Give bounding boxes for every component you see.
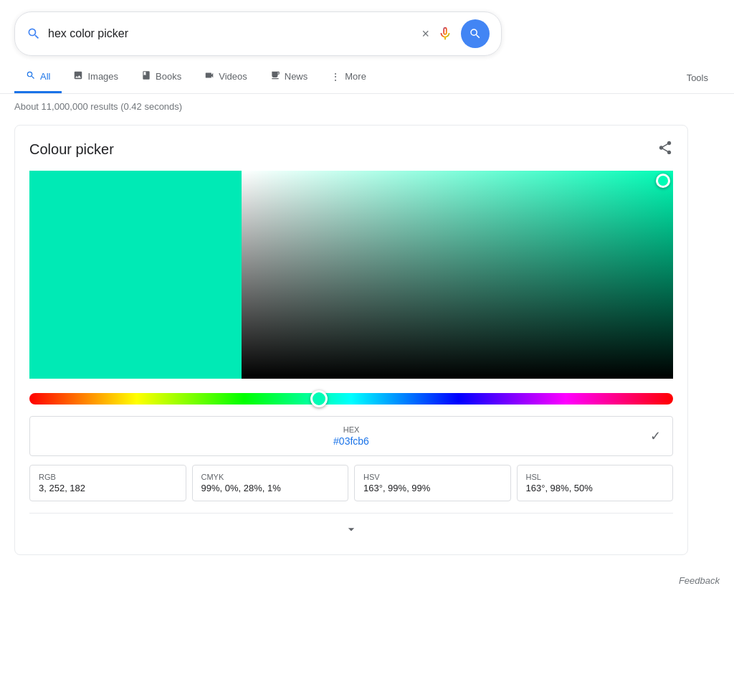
all-tab-icon [26, 70, 36, 82]
tab-more-label: More [345, 71, 366, 82]
tools-button[interactable]: Tools [675, 64, 720, 92]
model-hsv-value: 163°, 99%, 99% [363, 483, 502, 493]
color-picker-gradient-area[interactable] [29, 171, 673, 379]
model-rgb-label: RGB [39, 473, 177, 481]
tab-news[interactable]: News [259, 62, 320, 93]
videos-tab-icon [204, 70, 214, 82]
model-hsl[interactable]: HSL 163°, 98%, 50% [517, 465, 674, 501]
card-header: Colour picker [29, 140, 673, 159]
color-picker-card: Colour picker HEX #03fcb6 ✓ RGB [14, 125, 688, 555]
share-icon[interactable] [657, 140, 673, 159]
results-info: About 11,000,000 results (0.42 seconds) [0, 94, 734, 119]
tab-images[interactable]: Images [62, 62, 130, 93]
feedback-area: Feedback [0, 569, 734, 592]
hue-slider-track[interactable] [29, 393, 673, 405]
search-submit-button[interactable] [461, 19, 490, 48]
hex-value[interactable]: #03fcb6 [333, 435, 369, 447]
hex-label: HEX [343, 425, 360, 434]
gradient-canvas[interactable] [242, 171, 673, 379]
model-cmyk-label: CMYK [201, 473, 340, 481]
clear-icon[interactable]: × [421, 27, 429, 42]
card-title: Colour picker [29, 141, 114, 158]
tab-videos[interactable]: Videos [193, 62, 259, 93]
tab-all[interactable]: All [14, 62, 62, 93]
expand-area [29, 513, 673, 540]
nav-tabs: All Images Books Videos News ⋮ More Tool… [0, 62, 734, 94]
hue-slider-area[interactable] [29, 393, 673, 405]
model-rgb-value: 3, 252, 182 [39, 483, 177, 493]
books-tab-icon [141, 70, 151, 82]
gradient-area[interactable] [242, 171, 673, 379]
news-tab-icon [270, 70, 280, 82]
search-box: × [14, 11, 502, 56]
hue-slider-handle[interactable] [310, 390, 328, 407]
voice-icon[interactable] [437, 25, 454, 42]
tab-books[interactable]: Books [130, 62, 193, 93]
model-hsv[interactable]: HSV 163°, 99%, 99% [354, 465, 511, 501]
images-tab-icon [73, 70, 83, 82]
search-input[interactable] [48, 27, 414, 40]
expand-icon[interactable] [344, 525, 358, 539]
hex-box: HEX #03fcb6 ✓ [29, 416, 673, 456]
picker-handle[interactable] [656, 174, 670, 188]
model-hsl-label: HSL [526, 473, 664, 481]
model-cmyk-value: 99%, 0%, 28%, 1% [201, 483, 340, 493]
tab-videos-label: Videos [219, 71, 247, 82]
tab-more[interactable]: ⋮ More [319, 62, 378, 93]
model-cmyk[interactable]: CMYK 99%, 0%, 28%, 1% [192, 465, 349, 501]
more-tab-icon: ⋮ [330, 71, 340, 82]
search-bar-area: × [0, 0, 734, 56]
tab-images-label: Images [87, 71, 118, 82]
model-hsv-label: HSV [363, 473, 502, 481]
model-rgb[interactable]: RGB 3, 252, 182 [29, 465, 186, 501]
hex-check-icon[interactable]: ✓ [650, 428, 661, 444]
tab-news-label: News [285, 71, 308, 82]
feedback-link[interactable]: Feedback [679, 575, 720, 586]
hex-input-area: HEX #03fcb6 ✓ [29, 416, 673, 456]
tab-all-label: All [40, 71, 50, 82]
model-hsl-value: 163°, 98%, 50% [526, 483, 664, 493]
color-swatch [29, 171, 242, 379]
tab-books-label: Books [156, 71, 181, 82]
color-models: RGB 3, 252, 182 CMYK 99%, 0%, 28%, 1% HS… [29, 465, 673, 501]
google-search-icon [27, 27, 41, 41]
